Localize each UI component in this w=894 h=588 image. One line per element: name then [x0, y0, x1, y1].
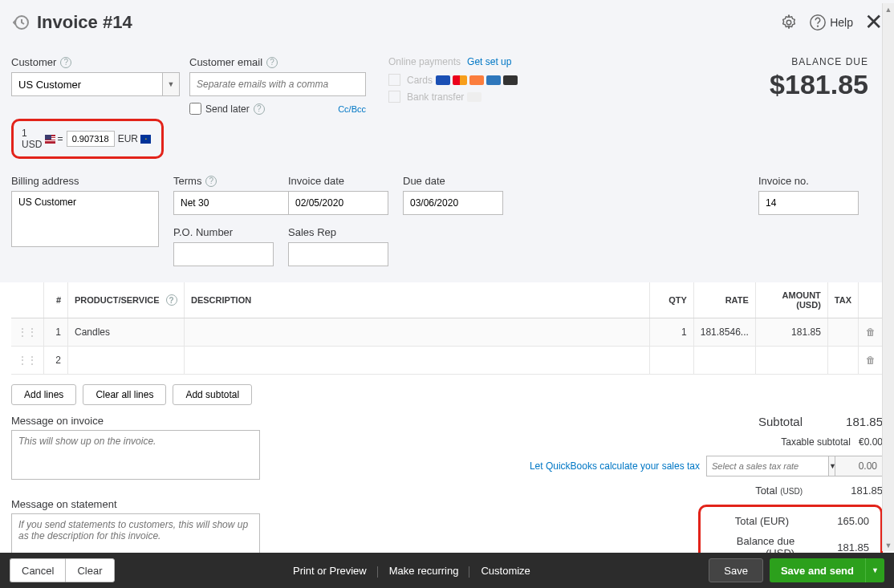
due-date-label: Due date: [403, 175, 503, 187]
scrollbar[interactable]: ▲ ▼: [882, 3, 894, 551]
col-tax: TAX: [827, 282, 858, 318]
cards-checkbox: [388, 74, 400, 86]
line-desc[interactable]: [185, 318, 650, 347]
tax-amount-field: [835, 456, 883, 476]
drag-handle[interactable]: ⋮⋮: [11, 347, 44, 375]
close-icon[interactable]: ✕: [864, 11, 883, 34]
invoice-date-label: Invoice date: [288, 175, 388, 187]
sales-rep-input[interactable]: [288, 242, 388, 266]
ccbcc-link[interactable]: Cc/Bcc: [338, 104, 366, 114]
billing-address-input[interactable]: US Customer: [11, 191, 159, 247]
col-rate: RATE: [693, 282, 755, 318]
invoice-no-label: Invoice no.: [758, 175, 859, 187]
line-tax[interactable]: [827, 347, 858, 375]
help-icon[interactable]: ?: [266, 57, 278, 68]
page-title: Invoice #14: [37, 12, 769, 33]
line-amount[interactable]: [755, 347, 827, 375]
terms-label: Terms?: [173, 175, 274, 187]
send-later-checkbox[interactable]: [189, 103, 201, 115]
scroll-down-icon[interactable]: ▼: [883, 539, 894, 551]
exchange-rate-box: 1 USD = EUR: [11, 119, 164, 159]
line-qty[interactable]: [649, 347, 693, 375]
col-amount: AMOUNT (USD): [755, 282, 827, 318]
line-tax[interactable]: [827, 318, 858, 347]
sales-rep-label: Sales Rep: [288, 226, 388, 238]
get-setup-link[interactable]: Get set up: [467, 56, 511, 67]
card-icons: [436, 75, 518, 85]
drag-handle[interactable]: ⋮⋮: [11, 318, 44, 347]
help-icon[interactable]: ?: [254, 103, 265, 115]
bank-label: Bank transfer: [407, 91, 464, 103]
customize-link[interactable]: Customize: [469, 565, 541, 577]
col-qty: QTY: [649, 282, 693, 318]
terms-select[interactable]: [173, 191, 307, 215]
taxable-subtotal-value: €0.00: [859, 436, 883, 448]
balance-due-amount: $181.85: [770, 69, 868, 100]
po-number-input[interactable]: [173, 242, 274, 266]
make-recurring-link[interactable]: Make recurring: [378, 565, 470, 577]
balance-due-label: BALANCE DUE: [770, 56, 868, 67]
line-qty[interactable]: 1: [649, 318, 693, 347]
customer-select[interactable]: [11, 72, 162, 96]
help-icon[interactable]: [809, 14, 827, 31]
total-eur-label: Total (EUR): [735, 515, 789, 527]
balance-due-value: 181.85: [803, 541, 869, 554]
flag-us-icon: [45, 135, 55, 144]
svg-point-3: [818, 26, 819, 26]
help-icon[interactable]: ?: [60, 57, 71, 68]
line-amount[interactable]: 181.85: [755, 318, 827, 347]
line-product[interactable]: [68, 347, 185, 375]
line-desc[interactable]: [185, 347, 650, 375]
message-statement-label: Message on statement: [11, 498, 260, 510]
subtotal-label: Subtotal: [758, 415, 803, 428]
line-num: 1: [44, 318, 68, 347]
add-lines-button[interactable]: Add lines: [11, 384, 76, 405]
trash-icon[interactable]: 🗑: [859, 347, 883, 375]
total-usd-label: Total (USD): [755, 485, 803, 497]
clear-lines-button[interactable]: Clear all lines: [83, 384, 166, 405]
col-product: PRODUCT/SERVICE ?: [68, 282, 185, 318]
online-payments-label: Online payments: [388, 56, 461, 67]
po-number-label: P.O. Number: [173, 226, 274, 238]
help-label[interactable]: Help: [830, 16, 853, 29]
send-later-label: Send later: [205, 103, 250, 115]
calculate-tax-link[interactable]: Let QuickBooks calculate your sales tax: [530, 460, 700, 472]
chevron-down-icon[interactable]: ▼: [162, 72, 180, 96]
help-icon[interactable]: ?: [205, 176, 217, 187]
col-description: DESCRIPTION: [185, 282, 650, 318]
billing-address-label: Billing address: [11, 175, 159, 187]
line-rate[interactable]: 181.8546...: [693, 318, 755, 347]
line-product[interactable]: Candles: [68, 318, 185, 347]
invoice-date-input[interactable]: [288, 191, 388, 215]
total-eur-value: 165.00: [797, 515, 869, 527]
save-button[interactable]: Save: [709, 558, 763, 582]
help-icon[interactable]: ?: [166, 294, 177, 306]
message-invoice-label: Message on invoice: [11, 415, 260, 427]
gear-icon[interactable]: [780, 14, 798, 31]
email-label: Customer email?: [189, 56, 374, 68]
scroll-up-icon[interactable]: ▲: [883, 3, 894, 15]
total-usd-value: 181.85: [811, 485, 883, 497]
flag-eu-icon: [140, 135, 151, 144]
message-invoice-input[interactable]: [11, 430, 260, 480]
print-preview-link[interactable]: Print or Preview: [282, 565, 378, 577]
chevron-down-icon[interactable]: ▼: [865, 558, 884, 582]
cancel-button[interactable]: Cancel: [10, 558, 65, 582]
bank-checkbox: [388, 91, 400, 103]
col-num: #: [44, 282, 68, 318]
history-icon[interactable]: [11, 13, 30, 32]
trash-icon[interactable]: 🗑: [859, 318, 883, 347]
customer-label: Customer?: [11, 56, 180, 68]
subtotal-value: 181.85: [811, 415, 883, 428]
add-subtotal-button[interactable]: Add subtotal: [173, 384, 252, 405]
clear-button[interactable]: Clear: [65, 558, 114, 582]
svg-point-1: [786, 20, 791, 25]
cards-label: Cards: [407, 75, 433, 86]
due-date-input[interactable]: [403, 191, 503, 215]
email-field[interactable]: [189, 72, 366, 96]
tax-rate-select[interactable]: [706, 456, 828, 476]
exchange-rate-input[interactable]: [67, 131, 115, 147]
save-send-button[interactable]: Save and send: [770, 558, 865, 582]
line-rate[interactable]: [693, 347, 755, 375]
invoice-no-input[interactable]: [758, 191, 859, 215]
